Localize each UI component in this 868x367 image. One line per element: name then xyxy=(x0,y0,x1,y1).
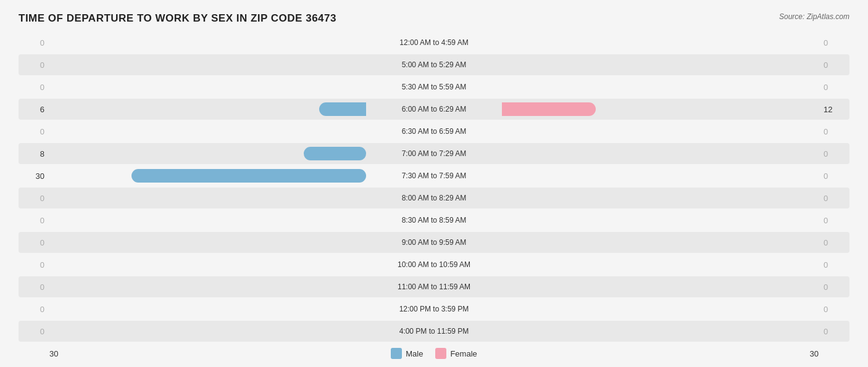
legend-female-box xyxy=(435,348,446,359)
chart-header: TIME OF DEPARTURE TO WORK BY SEX IN ZIP … xyxy=(19,12,849,25)
bar-left-wrap xyxy=(49,236,434,249)
bar-left-wrap xyxy=(49,324,434,338)
time-label: 9:00 AM to 9:59 AM xyxy=(402,238,467,247)
bar-male xyxy=(131,169,366,183)
bar-left-wrap xyxy=(49,102,434,116)
footer-left-value: 30 xyxy=(49,349,58,358)
bar-right-wrap xyxy=(434,36,819,49)
left-value: 0 xyxy=(19,238,49,247)
time-label: 10:00 AM to 10:59 AM xyxy=(398,260,470,269)
left-value: 0 xyxy=(19,305,49,314)
bar-row: 66:00 AM to 6:29 AM12 xyxy=(19,99,849,120)
bar-female xyxy=(502,102,596,116)
bars-center: 5:00 AM to 5:29 AM xyxy=(49,54,819,75)
right-value: 12 xyxy=(819,105,849,114)
time-label: 6:30 AM to 6:59 AM xyxy=(402,127,467,136)
bars-center: 12:00 PM to 3:59 PM xyxy=(49,299,819,320)
right-value: 0 xyxy=(819,282,849,292)
time-label: 12:00 AM to 4:59 AM xyxy=(399,38,468,47)
bar-right-wrap xyxy=(434,302,819,316)
bar-row: 05:00 AM to 5:29 AM0 xyxy=(19,54,849,75)
legend-male-label: Male xyxy=(406,349,423,358)
time-label: 8:30 AM to 8:59 AM xyxy=(402,216,467,225)
left-value: 0 xyxy=(19,38,49,47)
right-value: 0 xyxy=(819,149,849,159)
right-value: 0 xyxy=(819,38,849,47)
left-value: 8 xyxy=(19,149,49,159)
bar-row: 012:00 AM to 4:59 AM0 xyxy=(19,32,849,53)
bars-center: 6:00 AM to 6:29 AM xyxy=(49,99,819,120)
time-label: 8:00 AM to 8:29 AM xyxy=(402,194,467,202)
right-value: 0 xyxy=(819,238,849,247)
legend-male-box xyxy=(391,348,402,359)
left-value: 0 xyxy=(19,83,49,92)
bars-center: 7:30 AM to 7:59 AM xyxy=(49,165,819,186)
right-value: 0 xyxy=(819,305,849,314)
chart-source: Source: ZipAtlas.com xyxy=(779,12,849,21)
legend-male: Male xyxy=(391,348,423,359)
bar-right-wrap xyxy=(434,147,819,160)
bar-row: 04:00 PM to 11:59 PM0 xyxy=(19,321,849,342)
bars-center: 7:00 AM to 7:29 AM xyxy=(49,143,819,164)
bars-center: 9:00 AM to 9:59 AM xyxy=(49,232,819,253)
bars-center: 6:30 AM to 6:59 AM xyxy=(49,121,819,142)
bar-row: 307:30 AM to 7:59 AM0 xyxy=(19,165,849,186)
left-value: 0 xyxy=(19,327,49,336)
bar-left-wrap xyxy=(49,147,434,160)
bar-right-wrap xyxy=(434,80,819,94)
bar-male xyxy=(319,102,366,116)
bar-right-wrap xyxy=(434,169,819,183)
bar-row: 08:30 AM to 8:59 AM0 xyxy=(19,210,849,231)
time-label: 12:00 PM to 3:59 PM xyxy=(399,305,469,313)
bars-center: 4:00 PM to 11:59 PM xyxy=(49,321,819,342)
time-label: 7:00 AM to 7:29 AM xyxy=(402,149,467,158)
bar-right-wrap xyxy=(434,125,819,138)
bar-right-wrap xyxy=(434,280,819,294)
bars-center: 11:00 AM to 11:59 AM xyxy=(49,276,819,297)
left-value: 0 xyxy=(19,127,49,136)
right-value: 0 xyxy=(819,216,849,225)
legend-female-label: Female xyxy=(450,349,477,358)
bar-left-wrap xyxy=(49,191,434,205)
left-value: 6 xyxy=(19,105,49,114)
right-value: 0 xyxy=(819,260,849,270)
bar-right-wrap xyxy=(434,102,819,116)
time-label: 11:00 AM to 11:59 AM xyxy=(398,282,470,291)
bar-right-wrap xyxy=(434,258,819,271)
bar-left-wrap xyxy=(49,302,434,316)
time-label: 5:00 AM to 5:29 AM xyxy=(402,60,467,69)
bars-center: 10:00 AM to 10:59 AM xyxy=(49,254,819,275)
bar-row: 87:00 AM to 7:29 AM0 xyxy=(19,143,849,164)
bar-left-wrap xyxy=(49,36,434,49)
left-value: 30 xyxy=(19,171,49,181)
bar-left-wrap xyxy=(49,125,434,138)
bar-left-wrap xyxy=(49,169,434,183)
bar-left-wrap xyxy=(49,280,434,294)
bar-right-wrap xyxy=(434,58,819,72)
time-label: 4:00 PM to 11:59 PM xyxy=(399,327,469,336)
right-value: 0 xyxy=(819,83,849,92)
right-value: 0 xyxy=(819,60,849,70)
bar-right-wrap xyxy=(434,213,819,227)
bar-row: 08:00 AM to 8:29 AM0 xyxy=(19,188,849,208)
bar-row: 06:30 AM to 6:59 AM0 xyxy=(19,121,849,142)
right-value: 0 xyxy=(819,127,849,136)
bar-right-wrap xyxy=(434,191,819,205)
chart-container: TIME OF DEPARTURE TO WORK BY SEX IN ZIP … xyxy=(19,12,849,359)
left-value: 0 xyxy=(19,194,49,203)
left-value: 0 xyxy=(19,216,49,225)
bars-center: 5:30 AM to 5:59 AM xyxy=(49,76,819,97)
left-value: 0 xyxy=(19,60,49,70)
right-value: 0 xyxy=(819,194,849,203)
bar-row: 010:00 AM to 10:59 AM0 xyxy=(19,254,849,275)
bars-center: 8:00 AM to 8:29 AM xyxy=(49,188,819,208)
time-label: 6:00 AM to 6:29 AM xyxy=(402,105,467,113)
time-label: 7:30 AM to 7:59 AM xyxy=(402,171,467,180)
bar-row: 09:00 AM to 9:59 AM0 xyxy=(19,232,849,253)
legend: Male Female xyxy=(391,348,477,359)
right-value: 0 xyxy=(819,327,849,336)
bar-male xyxy=(304,147,366,160)
bar-row: 05:30 AM to 5:59 AM0 xyxy=(19,76,849,97)
right-value: 0 xyxy=(819,171,849,181)
bar-right-wrap xyxy=(434,324,819,338)
